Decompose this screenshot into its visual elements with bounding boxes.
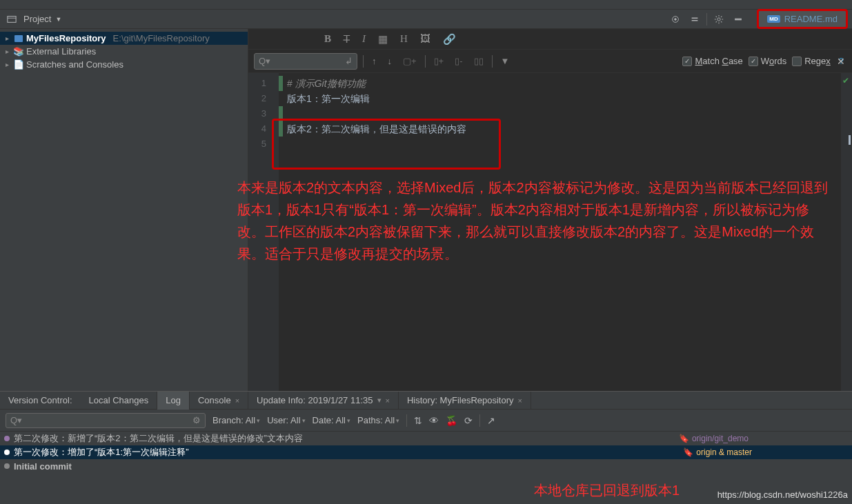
chevron-down-icon: ▼ [55,16,61,23]
hide-icon[interactable] [731,12,746,27]
find-select-all-icon[interactable]: ▢+ [400,56,419,66]
project-dropdown[interactable]: Project ▼ [23,14,61,24]
branch-filter[interactable]: Branch: All▾ [212,415,260,425]
inspection-ok-icon[interactable]: ✔ [842,76,849,85]
commit-row[interactable]: 第一次修改：增加了“版本1:第一次编辑注释” 🔖 origin & master [0,445,852,459]
project-tree: ▸ MyFilesRepository E:\git\MyFilesReposi… [0,29,248,401]
tab-label: History: MyFilesRepository [407,395,514,405]
annotation-text: 本来是版本2的文本内容，选择Mixed后，版本2内容被标记为修改。这是因为当前版… [237,177,831,265]
gear-icon[interactable] [711,12,726,27]
tag-label: origin & master [696,447,752,457]
find-enter-icon[interactable]: ↲ [345,56,353,66]
header-button[interactable]: H [400,33,408,45]
expand-icon[interactable]: ▸ [3,34,11,42]
commit-dot-icon [4,436,10,441]
refresh-icon[interactable]: ⟳ [464,415,473,426]
find-prev-button[interactable]: ↑ [369,56,379,66]
find-remove-sel-icon[interactable]: ▯- [452,56,465,66]
commit-row[interactable]: 第二次修改：新增了“版本2：第二次编辑，但是这是错误的修改”文本内容 🔖 ori… [0,432,852,445]
separator [363,55,364,68]
find-bar: Q▾ ↲ ↑ ↓ ▢+ ▯+ ▯- ▯▯ ▼ ✓Match Case ✓Word… [248,50,852,73]
link-button[interactable]: 🔗 [443,33,456,46]
project-label-text: Project [23,14,51,24]
separator [492,55,493,68]
vcs-title: Version Control: [0,395,81,405]
tree-ext-libs[interactable]: ▸ 📚 External Libraries [0,45,248,58]
filter-label: Date: All [313,415,346,425]
log-search-input[interactable]: Q▾⚙ [6,413,206,428]
find-add-sel-icon[interactable]: ▯+ [431,56,447,66]
tab-label: Console [198,395,231,405]
tab-log[interactable]: Log [157,392,190,410]
expand-icon[interactable]: ▸ [3,48,11,55]
code-text: 版本1：第一次编辑 [287,93,370,104]
commit-message: 第一次修改：增加了“版本1:第一次编辑注释” [14,446,189,458]
library-icon: 📚 [14,47,23,57]
separator [425,55,426,68]
filter-label: Paths: All [357,415,395,425]
chevron-down-icon[interactable]: ▾ [377,396,382,405]
tab-update-info[interactable]: Update Info: 2019/1/27 11:35▾× [248,392,399,410]
separator [706,13,707,26]
tree-root-name: MyFilesRepository [26,33,106,43]
words-checkbox[interactable]: ✓Words [749,56,786,66]
module-icon [14,34,23,43]
commit-dot-icon [4,463,10,469]
tree-scratches[interactable]: ▸ 📄 Scratches and Consoles [0,58,248,71]
project-view-icon[interactable] [4,12,19,27]
vcs-tab-bar: Version Control: Local Changes Log Conso… [0,392,852,410]
tab-history[interactable]: History: MyFilesRepository× [399,392,531,410]
tab-label: README.md [784,14,838,24]
tab-label: Update Info: 2019/1/27 11:35 [257,395,373,405]
tab-local-changes[interactable]: Local Changes [81,392,158,410]
paths-filter[interactable]: Paths: All▾ [357,415,399,425]
log-toolbar: Q▾⚙ Branch: All▾ User: All▾ Date: All▾ P… [0,410,852,432]
branch-tag-remote[interactable]: 🔖 origin/git_demo [679,434,749,443]
eye-icon[interactable]: 👁 [429,415,439,426]
find-input[interactable]: Q▾ ↲ [254,53,357,70]
tab-readme[interactable]: MD README.md [757,9,848,29]
commit-message: Initial commit [14,461,72,472]
scratches-icon: 📄 [14,60,23,70]
markdown-file-icon: MD [767,15,780,23]
code-content[interactable]: # 演示Git撤销功能 版本1：第一次编辑 版本2：第二次编辑，但是这是错误的内… [279,73,841,401]
find-all-button[interactable]: ▯▯ [471,56,486,66]
tree-root[interactable]: ▸ MyFilesRepository E:\git\MyFilesReposi… [0,32,248,45]
editor[interactable]: 12345 # 演示Git撤销功能 版本1：第一次编辑 版本2：第二次编辑，但是… [248,73,852,401]
filter-label: User: All [267,415,300,425]
strike-button[interactable]: T̶ [344,33,350,46]
branch-tag-local[interactable]: 🔖 origin & master [683,447,752,457]
version-control-panel: Version Control: Local Changes Log Conso… [0,391,852,504]
close-find-button[interactable]: ✕ [837,56,845,67]
svg-point-3 [675,18,677,20]
collapse-icon[interactable] [687,12,702,27]
tab-console[interactable]: Console× [190,392,248,410]
italic-button[interactable]: I [362,33,366,45]
goto-icon[interactable]: ↗ [487,415,495,426]
tree-item-label: External Libraries [26,46,96,57]
find-next-button[interactable]: ↓ [385,56,395,66]
table-button[interactable]: ▦ [378,33,388,46]
locate-icon[interactable] [668,12,683,27]
bold-button[interactable]: B [324,33,331,45]
close-icon[interactable]: × [518,396,522,405]
expand-icon[interactable]: ▸ [3,61,11,68]
image-button[interactable]: 🖼 [420,33,430,45]
close-icon[interactable]: × [386,396,390,405]
intellisort-icon[interactable]: ⇅ [414,415,422,426]
commit-dot-icon [4,450,10,455]
cherry-pick-icon[interactable]: 🍒 [446,415,457,426]
svg-rect-5 [735,19,742,20]
commit-row[interactable]: Initial commit [0,459,852,473]
user-filter[interactable]: User: All▾ [267,415,305,425]
match-case-checkbox[interactable]: ✓Match Case [682,56,742,66]
filter-label: Branch: All [212,415,255,425]
project-toolbar: Project ▼ MD README.md [0,10,852,29]
regex-checkbox[interactable]: Regex [792,56,831,66]
gear-icon[interactable]: ⚙ [192,415,201,425]
close-icon[interactable]: × [235,396,239,405]
date-filter[interactable]: Date: All▾ [313,415,350,425]
filter-icon[interactable]: ▼ [498,56,513,66]
watermark: https://blog.csdn.net/woshi1226a [717,490,848,500]
tree-item-label: Scratches and Consoles [26,59,123,70]
